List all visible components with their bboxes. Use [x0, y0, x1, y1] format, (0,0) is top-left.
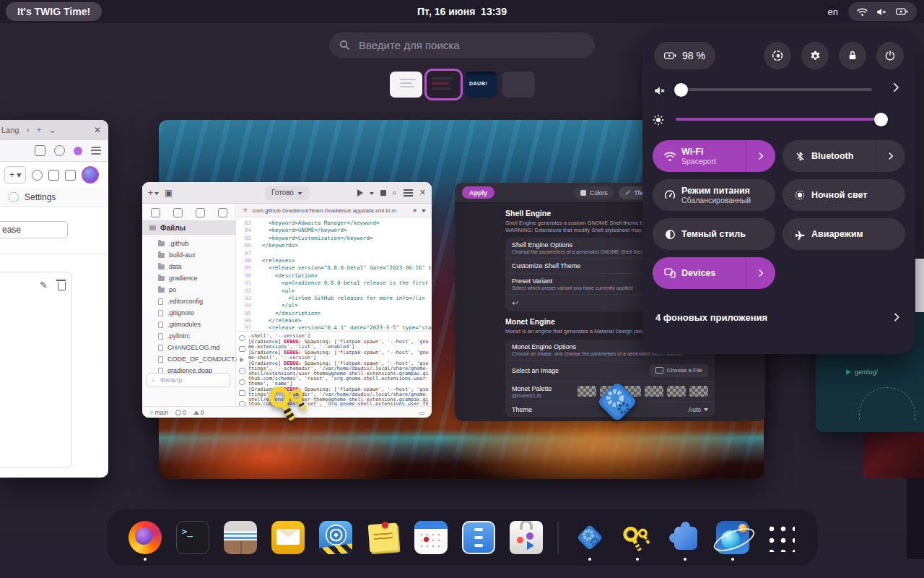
close-icon[interactable]: ✕: [94, 125, 101, 135]
workspace-thumbnail-2-active[interactable]: [427, 72, 460, 98]
debug-icon[interactable]: [196, 208, 205, 217]
browser-window-preview[interactable]: Lang › + ⌄ ✕ + ▾ Settings ease: [0, 120, 108, 478]
build-icon[interactable]: [173, 208, 183, 217]
file-tree-item[interactable]: CODE_OF_CONDUCT.md: [142, 353, 235, 365]
search-bar[interactable]: [329, 33, 595, 58]
airplane-mode-tile[interactable]: Авиарежим: [783, 218, 905, 250]
theme-dropdown[interactable]: Auto: [689, 406, 709, 413]
menu-icon[interactable]: [91, 147, 101, 155]
file-tree-item[interactable]: gradience: [142, 272, 235, 284]
palette-swatch[interactable]: [645, 386, 663, 397]
editor-tab[interactable]: ✳ com.github.GradienceTeam.Gradience.app…: [237, 204, 432, 217]
pull-request-icon[interactable]: [48, 170, 59, 181]
trash-icon[interactable]: [58, 282, 66, 290]
workspace-thumbnail-4[interactable]: [502, 72, 535, 98]
file-tree-item[interactable]: CHANGELOG.md: [142, 342, 235, 353]
workspace-thumbnail-3[interactable]: DAUB!: [465, 72, 497, 98]
power-button[interactable]: [876, 42, 904, 69]
dock-sticky-notes[interactable]: [367, 521, 400, 554]
choose-file-button[interactable]: Choose a File: [650, 364, 708, 377]
run-log-icon[interactable]: [240, 357, 244, 363]
dock-archive-cabinet[interactable]: [224, 521, 257, 554]
new-item-button[interactable]: + ▾: [4, 166, 26, 184]
avatar[interactable]: [82, 166, 99, 184]
volume-slider[interactable]: [676, 88, 872, 91]
lock-screen-button[interactable]: [839, 42, 866, 69]
files-section-header[interactable]: Файлы: [142, 220, 235, 235]
brightness-slider-knob[interactable]: [874, 113, 888, 126]
background-apps-row[interactable]: 4 фоновых приложения: [655, 305, 902, 329]
settings-row[interactable]: Settings: [0, 188, 108, 207]
tab-colors[interactable]: Colors: [574, 186, 614, 199]
close-tab-icon[interactable]: ✕: [412, 207, 417, 214]
tab-list-icon[interactable]: ⌄: [49, 125, 56, 135]
screenshot-button[interactable]: [764, 42, 791, 69]
dock-files[interactable]: [462, 521, 495, 554]
file-tree-item[interactable]: .gitmodules: [142, 319, 235, 330]
omnibox[interactable]: Готово: [264, 186, 310, 200]
bluetooth-tile[interactable]: Bluetooth: [783, 140, 905, 172]
palette-swatch[interactable]: [689, 386, 708, 397]
workspace-thumbnail-1[interactable]: [390, 72, 422, 98]
code-editor[interactable]: 83 <keyword>Adwaita Manager</keyword> 84…: [237, 217, 432, 340]
dock-firefox[interactable]: [128, 521, 162, 554]
browser-tab-label[interactable]: Lang: [1, 126, 19, 134]
menu-icon[interactable]: [404, 189, 413, 197]
block-icon[interactable]: [239, 379, 245, 385]
file-tree-item[interactable]: .pylintrc: [142, 330, 235, 342]
tab-options-icon[interactable]: [422, 210, 426, 212]
gemlog-link[interactable]: gemlog/: [846, 368, 878, 376]
extension-badge-icon[interactable]: [74, 147, 82, 155]
volume-slider-knob[interactable]: [674, 83, 688, 97]
devices-tile[interactable]: Devices: [653, 257, 775, 289]
dock-terminal[interactable]: >_: [176, 521, 209, 554]
panel-toggle-icon[interactable]: ▣: [165, 188, 173, 198]
dock-web-tech-preview[interactable]: [319, 521, 352, 554]
run-options-icon[interactable]: [370, 192, 374, 195]
dock-extension-manager[interactable]: [668, 521, 702, 554]
keyboard-layout-indicator[interactable]: en: [828, 7, 838, 17]
info-icon[interactable]: [239, 335, 245, 341]
file-tree-item[interactable]: data: [142, 261, 235, 272]
file-tree-item[interactable]: build-aux: [142, 249, 235, 261]
dock-app-grid[interactable]: [764, 521, 797, 554]
file-tree-item[interactable]: po: [142, 284, 235, 296]
dock-gradience[interactable]: [573, 521, 606, 554]
edit-pencil-icon[interactable]: ✎: [40, 280, 48, 290]
warning-counter[interactable]: 0: [193, 409, 204, 416]
apply-button[interactable]: Apply: [462, 186, 494, 199]
dock-orbit-planetarium[interactable]: [716, 521, 749, 554]
error-counter[interactable]: 0: [175, 409, 186, 416]
file-tree-item[interactable]: .gitignore: [142, 307, 235, 319]
dock-builder-nightly[interactable]: [621, 521, 654, 554]
settings-button[interactable]: [801, 42, 829, 69]
download-icon[interactable]: [54, 145, 65, 156]
gradience-app-icon[interactable]: [594, 379, 640, 425]
devices-details-chevron[interactable]: [746, 257, 775, 289]
release-field[interactable]: ease: [0, 221, 68, 238]
power-mode-tile[interactable]: Режим питания Сбалансированный: [653, 179, 775, 211]
new-tab-icon[interactable]: +: [36, 125, 41, 135]
brightness-slider[interactable]: [676, 118, 886, 121]
system-status-area[interactable]: [848, 2, 917, 21]
close-icon[interactable]: ✕: [419, 188, 426, 197]
new-document-button[interactable]: +: [148, 188, 159, 198]
undo-icon[interactable]: ↩: [512, 298, 518, 308]
filter-input[interactable]: [159, 376, 219, 384]
inbox-icon[interactable]: [65, 170, 76, 181]
inspect-icon[interactable]: [239, 368, 245, 374]
search-icon[interactable]: ⌕: [393, 188, 397, 197]
battery-status[interactable]: 98 %: [654, 42, 715, 69]
file-tree-item[interactable]: .editorconfig: [142, 296, 235, 307]
palette-swatch[interactable]: [667, 386, 686, 397]
terminal-icon[interactable]: [239, 346, 245, 352]
run-icon[interactable]: [357, 189, 363, 197]
filter-field[interactable]: ⌕: [147, 373, 230, 387]
project-tree-icon[interactable]: [151, 208, 160, 217]
shield-icon[interactable]: [35, 145, 45, 156]
stop-icon[interactable]: [380, 190, 386, 196]
branch-indicator[interactable]: ⑂ main: [149, 409, 168, 416]
night-light-tile[interactable]: Ночной свет: [783, 179, 905, 211]
wifi-tile[interactable]: Wi-Fi Spaceport: [653, 140, 775, 172]
wifi-details-chevron[interactable]: [746, 140, 775, 172]
